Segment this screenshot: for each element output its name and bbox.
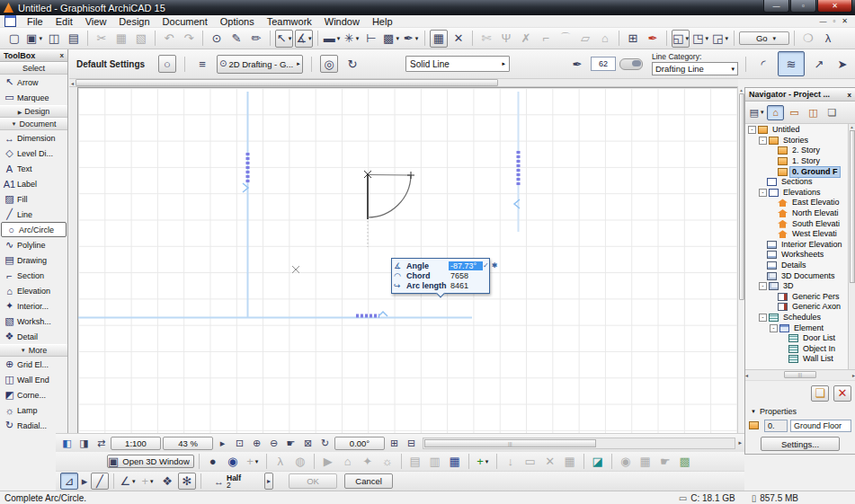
tree-item-3d[interactable]: -3D	[745, 281, 848, 292]
toolbox-tool-detail[interactable]: ❖Detail	[0, 329, 67, 344]
sun-settings[interactable]: ☼	[379, 454, 396, 470]
more-controls-button[interactable]: ▸	[264, 473, 273, 490]
render-preview[interactable]: ▩	[676, 454, 694, 470]
minimize-button[interactable]: —	[763, 0, 789, 13]
capture-view[interactable]: ◉	[617, 454, 635, 470]
group-elements[interactable]: ❖	[158, 473, 176, 490]
toolbox-tool-arc-circle[interactable]: ○Arc/Circle	[1, 222, 67, 237]
open-project[interactable]: ▣▾	[25, 30, 43, 48]
3d-projection-settings[interactable]: ●	[204, 454, 222, 470]
line-category-select[interactable]: Drafting Line ▾	[652, 62, 738, 75]
infobox-scroll-thumb[interactable]	[76, 79, 498, 86]
toolbox-tool-text[interactable]: AText	[0, 161, 67, 176]
toolbox-tool-grid-el[interactable]: ⊕Grid El...	[0, 357, 67, 372]
toolbox-tool-drawing[interactable]: ▤Drawing	[0, 252, 67, 268]
tracker-angle-value[interactable]: -87.73°	[449, 261, 483, 270]
tree-item-generic-axon[interactable]: Generic Axon	[745, 302, 848, 313]
photo-render[interactable]: ▦	[637, 454, 655, 470]
paste-image[interactable]: ▦	[446, 454, 464, 470]
navigation-mode[interactable]: ⇄	[94, 436, 109, 451]
project-chooser-dropdown-icon[interactable]: ▾	[761, 109, 764, 116]
snap-guides-dropdown-icon[interactable]: ▾	[356, 35, 360, 42]
toolbox-tool-lamp[interactable]: ☼Lamp	[0, 402, 67, 418]
geometry-method-3-button[interactable]: ↗	[810, 55, 828, 73]
toolbox-tool-dimension[interactable]: ↔Dimension	[0, 130, 67, 146]
open-3d-window[interactable]: ▣Open 3D Window	[107, 455, 194, 468]
render-settings[interactable]: ☛	[656, 454, 674, 470]
tree-expand-toggle[interactable]: -	[759, 137, 767, 145]
cursor-snap-toggle-dropdown-icon[interactable]: ▾	[308, 35, 312, 42]
close-button[interactable]: ✕	[817, 0, 852, 13]
toolbox-tool-elevation[interactable]: ⌂Elevation	[0, 283, 67, 298]
pen-sets-dropdown-icon[interactable]: ▾	[415, 35, 419, 42]
pen-toggle-switch[interactable]	[619, 58, 643, 70]
tracker-chord-value[interactable]: 7658	[449, 271, 483, 280]
toolbox-tool-radial[interactable]: ↻Radial...	[0, 418, 67, 433]
copy[interactable]: ▦	[112, 30, 130, 48]
project-chooser[interactable]: ▤▾	[748, 105, 765, 120]
menu-file[interactable]: File	[21, 16, 49, 27]
pop-up-navigator-dropdown-icon[interactable]: ▾	[725, 35, 728, 42]
grid-settings[interactable]: ▦	[561, 454, 579, 470]
tree-item-generic-pers[interactable]: Generic Pers	[745, 292, 848, 303]
inject-parameters[interactable]: ✏	[247, 30, 265, 48]
project-map[interactable]: ⌂	[767, 105, 784, 120]
tree-item-schedules[interactable]: -Schedules	[745, 313, 848, 323]
tree-expand-toggle[interactable]: -	[759, 314, 767, 322]
delete-story-button[interactable]: ✕	[833, 385, 851, 402]
menu-help[interactable]: Help	[366, 16, 399, 27]
fly-through[interactable]: ▶	[319, 454, 337, 470]
toolbox-tool-polyline[interactable]: ∿Polyline	[0, 237, 67, 252]
input-tracker[interactable]: ∡Angle-87.73°✓✱◠Chord7658↪Arc length8461	[391, 258, 490, 294]
walk-mode[interactable]: λ	[819, 30, 837, 48]
menu-view[interactable]: View	[79, 16, 113, 27]
scroll-thumb[interactable]	[850, 130, 855, 283]
tree-item-element[interactable]: -Element	[745, 323, 848, 333]
tree-item-sections[interactable]: Sections	[745, 177, 848, 188]
previous-zoom[interactable]: ⊟	[404, 436, 419, 451]
arrow-mode-toggle[interactable]: ↖▾	[275, 30, 293, 48]
tree-expand-toggle[interactable]: -	[770, 324, 778, 332]
tree-expand-toggle[interactable]: -	[759, 282, 767, 290]
tree-item-object-in[interactable]: Object In	[745, 343, 848, 354]
toolbox-tool-interior[interactable]: ✦Interior...	[0, 298, 67, 314]
tree-expand-toggle[interactable]: -	[759, 189, 767, 197]
adjust[interactable]: ✗	[517, 30, 535, 48]
toolbox-group-more[interactable]: ▼More	[0, 344, 67, 357]
home-position[interactable]: ⌂	[339, 454, 357, 470]
wall-reference[interactable]: ▬▾	[323, 30, 341, 48]
magic-wand[interactable]: ✻	[178, 473, 196, 490]
open-project-dropdown-icon[interactable]: ▾	[39, 35, 42, 42]
view-map[interactable]: ▭	[786, 105, 803, 120]
pop-up-navigator[interactable]: ◲▾	[711, 30, 729, 48]
element-settings[interactable]: ▦	[430, 30, 448, 48]
menu-options[interactable]: Options	[214, 16, 261, 27]
canvas-horizontal-scrollbar[interactable]: |||	[423, 438, 735, 449]
duplicate-image[interactable]: ▥	[426, 454, 444, 470]
zoom-to-selection[interactable]: ⊞	[387, 436, 402, 451]
pick-up-parameters[interactable]: ✎	[227, 30, 245, 48]
settings-button[interactable]: Settings...	[761, 437, 840, 451]
print[interactable]: ▤	[65, 30, 83, 48]
scroll-left-icon[interactable]: ◂	[69, 80, 76, 86]
tree-item-1-story[interactable]: 1. Story	[745, 156, 848, 167]
tracker-arc-length-value[interactable]: 8461	[449, 281, 483, 290]
find-select[interactable]: ⊙	[208, 30, 226, 48]
toolbox-tool-marquee[interactable]: ▭Marquee	[0, 90, 67, 105]
snap-point-block[interactable]: ↔ Half 2	[214, 474, 241, 489]
paste[interactable]: ▧	[132, 30, 150, 48]
tree-item-north-elevati[interactable]: North Elevati	[745, 208, 848, 219]
geometry-method-1-button[interactable]: ◜	[754, 55, 772, 73]
organizer-dropdown-icon[interactable]: ▾	[705, 35, 708, 42]
menu-document[interactable]: Document	[156, 16, 214, 27]
toolbox-tool-line[interactable]: ╱Line	[0, 207, 67, 222]
zoom-in[interactable]: ⊕	[249, 436, 264, 451]
menu-teamwork[interactable]: Teamwork	[261, 16, 318, 27]
properties-section-header[interactable]: ▼ Properties	[745, 405, 855, 417]
zoom-options[interactable]: ⊡	[232, 436, 247, 451]
redo[interactable]: ↷	[180, 30, 198, 48]
center-point-method-button[interactable]: ◎	[320, 55, 338, 73]
stretch[interactable]: ⊞	[624, 30, 642, 48]
tracker-accept-icon[interactable]: ✓	[483, 261, 489, 270]
toolbox-close-icon[interactable]: x	[60, 51, 64, 59]
